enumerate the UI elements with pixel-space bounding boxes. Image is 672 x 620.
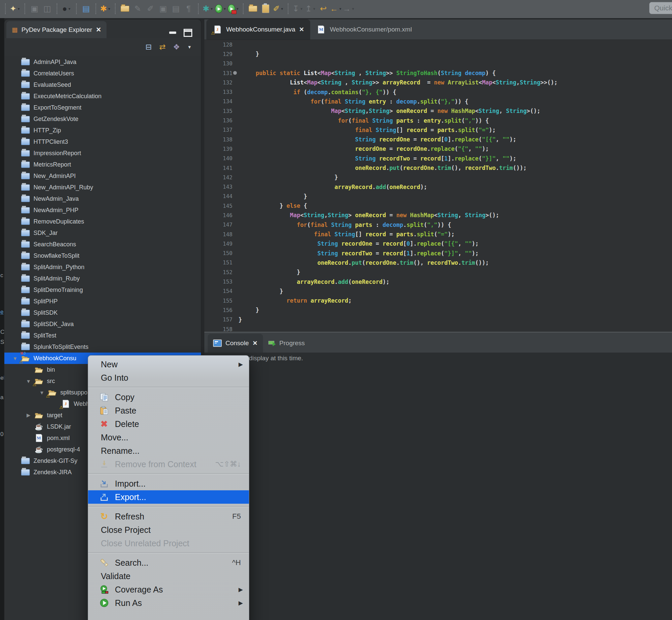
account-icon[interactable]: ●▼: [61, 3, 72, 15]
code-editor[interactable]: 128129 }130131 public static List<Map<St…: [204, 40, 672, 332]
tree-item-executemetriccalculation[interactable]: ExecuteMetricCalculation: [4, 91, 201, 102]
tree-item-removeduplicates[interactable]: RemoveDuplicates: [4, 216, 201, 227]
maximize-icon[interactable]: [183, 29, 192, 37]
menu-item-search[interactable]: Search...^H: [88, 556, 249, 569]
tree-item-getzendeskvote[interactable]: GetZendeskVote: [4, 113, 201, 125]
tree-item-impressionreport[interactable]: ImpressionReport: [4, 148, 201, 159]
tree-item-splitsdk[interactable]: SplitSDK: [4, 307, 201, 318]
highlighter-icon[interactable]: ✐▼: [273, 3, 284, 15]
quick-access-box[interactable]: Quick: [649, 2, 672, 14]
tree-item-exporttosegment[interactable]: ExportToSegment: [4, 102, 201, 113]
tree-item-snowflaketosplit[interactable]: SnowflakeToSplit: [4, 250, 201, 261]
menu-item-coverage-as[interactable]: Coverage As▶: [88, 583, 249, 596]
menu-item-run-as[interactable]: Run As▶: [88, 596, 249, 610]
debug-icon[interactable]: ✱▼: [202, 3, 214, 15]
tree-item-label: SearchBeacons: [34, 241, 76, 248]
menu-item-copy[interactable]: Copy: [88, 391, 249, 404]
close-icon[interactable]: ✕: [299, 26, 304, 33]
tab-pydev-package-explorer[interactable]: ▦ PyDev Package Explorer ✕: [6, 21, 107, 38]
view-menu-icon[interactable]: ▼: [187, 45, 191, 49]
menu-item-label: Search...: [115, 558, 149, 568]
tab-progress[interactable]: Progress: [263, 334, 310, 353]
tree-item-httpclient3[interactable]: HTTPClient3: [4, 136, 201, 148]
menu-item-paste[interactable]: Paste: [88, 404, 249, 417]
toolbar-separator: [198, 3, 199, 14]
menu-item-import[interactable]: Import...: [88, 477, 249, 490]
collapse-all-icon[interactable]: ⊟: [146, 43, 152, 51]
menu-item-go-into[interactable]: Go Into: [88, 371, 249, 384]
clipboard-folder-icon[interactable]: [260, 3, 271, 15]
tree-item-sdk-jar[interactable]: SDK_Jar: [4, 227, 201, 239]
tree-item-newadmin-php[interactable]: NewAdmin_PHP: [4, 204, 201, 216]
forward-icon: →▼: [343, 3, 354, 15]
line-number: 129: [204, 51, 232, 57]
closed-project-folder-icon: [21, 82, 30, 88]
tree-item-splitadmin-ruby[interactable]: SplitAdmin_Ruby: [4, 273, 201, 284]
tree-item-http-zip[interactable]: HTTP_Zip: [4, 125, 201, 136]
menu-item-validate[interactable]: Validate: [88, 569, 249, 583]
tab-console[interactable]: Console ✕: [208, 334, 263, 353]
tree-item-splittest[interactable]: SplitTest: [4, 330, 201, 341]
link-with-editor-icon[interactable]: ⇄: [159, 43, 166, 51]
line-number: 143: [204, 184, 232, 190]
document-icon: ▤: [170, 3, 181, 15]
line-number: 158: [204, 326, 232, 332]
jar-file-icon: ☕: [34, 445, 44, 454]
tree-item-correlateusers[interactable]: CorrelateUsers: [4, 68, 201, 79]
code-text: }: [238, 269, 300, 275]
tab-webhookconsumer-java[interactable]: J ⚠ WebhookConsumer.java ✕: [206, 19, 310, 40]
menu-item-close-project[interactable]: Close Project: [88, 523, 249, 536]
run-icon[interactable]: ▶▼: [215, 3, 226, 15]
open-folder-icon[interactable]: [247, 3, 259, 15]
closed-project-folder-icon: [20, 468, 31, 476]
menu-item-export[interactable]: Export...: [88, 490, 249, 504]
tree-item-splunktosplitevents[interactable]: SplunkToSplitEvents: [4, 341, 201, 353]
tree-item-evaluateseed[interactable]: EvaluateSeed: [4, 79, 201, 91]
debug-icon: ✱: [203, 5, 209, 13]
tab-webhookconsumer-pom-xml[interactable]: M WebhookConsumer/pom.xml: [310, 19, 418, 40]
menu-item-delete[interactable]: ✖Delete: [88, 417, 249, 431]
code-line: 133 if (decomp.contains("}, {")) {: [204, 87, 672, 97]
tree-item-adminapi-java[interactable]: AdminAPI_Java: [4, 56, 201, 68]
closed-project-folder-icon: [21, 196, 30, 202]
background-text-fragment: a: [0, 394, 3, 401]
back-icon[interactable]: ←▼: [330, 3, 342, 15]
new-wizard-icon[interactable]: ✦▼: [9, 3, 21, 15]
chevron-down-icon: ▼: [339, 7, 342, 11]
bug-icon[interactable]: ✱▼: [100, 3, 111, 15]
minimize-icon[interactable]: [169, 32, 176, 34]
toolbar-separator: [5, 3, 6, 14]
menu-shortcut: ^H: [232, 558, 241, 567]
close-icon[interactable]: ✕: [253, 340, 258, 347]
tree-item-new-adminapi[interactable]: New_AdminAPI: [4, 170, 201, 182]
tree-item-metricsreport[interactable]: MetricsReport: [4, 159, 201, 170]
chevron-down-icon: ▼: [210, 7, 213, 11]
menu-item-rename[interactable]: Rename...: [88, 444, 249, 458]
working-sets-icon[interactable]: ❖: [173, 43, 180, 51]
tree-item-splitphp[interactable]: SplitPHP: [4, 296, 201, 307]
menu-item-new[interactable]: New▶: [88, 358, 249, 371]
tree-item-splitadmin-python[interactable]: SplitAdmin_Python: [4, 261, 201, 273]
code-text: }: [238, 288, 283, 295]
open-task-folder-icon[interactable]: [119, 3, 131, 15]
code-line: 150 String recordTwo = record[1].replace…: [204, 249, 672, 258]
open-folder-warning-icon: ⚠: [34, 377, 44, 385]
closed-project-folder-icon: [21, 173, 30, 179]
menu-item-refresh[interactable]: ↻RefreshF5: [88, 510, 249, 523]
code-text: String recordOne = record[0].replace("[{…: [238, 240, 479, 247]
tree-item-splitsdk-java[interactable]: SplitSDK_Java: [4, 318, 201, 330]
profile-icon[interactable]: ▶▼: [228, 3, 239, 15]
tree-item-searchbeacons[interactable]: SearchBeacons: [4, 239, 201, 250]
show-console-view-icon[interactable]: ▤: [80, 3, 92, 15]
menu-item-move[interactable]: Move...: [88, 431, 249, 444]
close-icon[interactable]: ✕: [96, 26, 101, 34]
tree-item-new-adminapi-ruby[interactable]: New_AdminAPI_Ruby: [4, 182, 201, 193]
closed-project-folder-icon: [20, 81, 31, 89]
tree-item-newadmin-java[interactable]: NewAdmin_Java: [4, 193, 201, 204]
menu-item-label: Remove from Context: [115, 460, 196, 469]
tree-item-splitdemotraining[interactable]: SplitDemoTraining: [4, 284, 201, 296]
closed-project-folder-icon: [20, 58, 31, 66]
chevron-collapsed-icon[interactable]: ▶: [23, 412, 34, 418]
tree-item-label: LSDK.jar: [47, 423, 71, 430]
last-edit-location-icon[interactable]: ↩: [318, 3, 329, 15]
